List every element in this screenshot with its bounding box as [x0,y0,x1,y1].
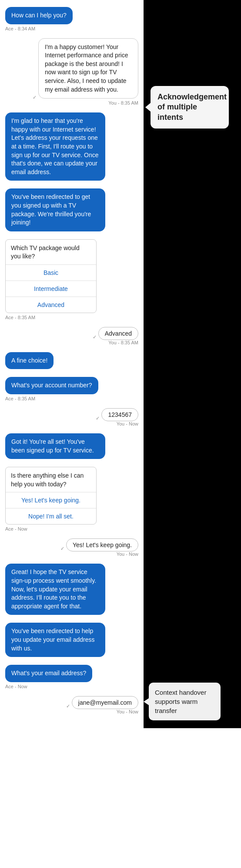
timestamp-9: You - Now [117,421,138,426]
timestamp-5: Ace - 8:35 AM [5,315,35,320]
timestamp-15: Ace - Now [5,684,27,689]
read-checkmark-12: ✓ [60,546,64,551]
message-row-10: Got it! You're all set! You've been sign… [5,433,138,461]
bot-bubble-10: Got it! You're all set! You've been sign… [5,433,105,459]
user-pill-12: Yes! Let's keep going. [66,538,138,551]
message-row-8: What's your account number? Ace - 8:35 A… [5,377,138,406]
message-row-15: What's your email address? Ace - Now [5,665,138,694]
message-row-1: How can I help you? Ace - 8:34 AM [5,7,138,36]
message-row-14: You've been redirected to help you updat… [5,623,138,659]
message-row-16: ✓ jane@myemail.com You - Now [5,696,138,719]
read-checkmark-6: ✓ [93,334,97,340]
timestamp-6: You - 8:35 AM [108,340,138,345]
bot-bubble-4: You've been redirected to get you signed… [5,188,105,231]
annotation-panel: Acknowledgement of multiple intents Cont… [144,0,241,728]
options-question-2: Is there anything else I can help you wi… [6,467,96,492]
user-pill-6: Advanced [98,327,138,340]
bot-bubble-13: Great! I hope the TV service sign-up pro… [5,564,105,615]
timestamp-2: You - 8:35 AM [108,100,138,106]
timestamp-16: You - Now [117,709,138,714]
bot-bubble-15: What's your email address? [5,665,92,682]
message-row-12: ✓ Yes! Let's keep going. You - Now [5,538,138,562]
option-basic[interactable]: Basic [6,264,96,281]
timestamp-12: You - Now [117,551,138,557]
message-row-11: Is there anything else I can help you wi… [5,467,138,537]
bot-bubble-14: You've been redirected to help you updat… [5,623,105,657]
user-pill-9: 1234567 [101,408,138,421]
message-row-9: ✓ 1234567 You - Now [5,408,138,432]
callout-acknowledgement-text: Acknowledgement of multiple intents [157,92,227,122]
message-row-3: I'm glad to hear that you're happy with … [5,112,138,182]
options-box-1: Which TV package would you like? Basic I… [5,239,97,313]
chat-panel: How can I help you? Ace - 8:34 AM ✓ I'm … [0,0,144,728]
callout-context-handover: Context handover supports warm transfer [149,683,221,720]
message-row-4: You've been redirected to get you signed… [5,188,138,233]
message-row-5: Which TV package would you like? Basic I… [5,239,138,325]
bot-bubble-7: A fine choice! [5,352,54,370]
callout-acknowledgement: Acknowledgement of multiple intents [151,86,229,129]
option-advanced[interactable]: Advanced [6,297,96,313]
bot-bubble-1: How can I help you? [5,7,73,24]
timestamp-11: Ace - Now [5,526,27,531]
message-row-13: Great! I hope the TV service sign-up pro… [5,564,138,617]
message-row-7: A fine choice! [5,352,138,371]
message-row-6: ✓ Advanced You - 8:35 AM [5,327,138,350]
bot-bubble-3: I'm glad to hear that you're happy with … [5,112,105,181]
bot-bubble-8: What's your account number? [5,377,98,394]
user-bubble-2: I'm a happy customer! Your Internet perf… [38,38,138,99]
options-box-2: Is there anything else I can help you wi… [5,467,97,525]
user-pill-16: jane@myemail.com [72,696,138,709]
options-question-1: Which TV package would you like? [6,240,96,264]
read-checkmark-9: ✓ [96,416,100,421]
timestamp-8: Ace - 8:35 AM [5,396,35,401]
message-row-2: ✓ I'm a happy customer! Your Internet pe… [5,38,138,111]
option-intermediate[interactable]: Intermediate [6,281,96,297]
callout-context-handover-text: Context handover supports warm transfer [155,689,206,714]
timestamp-1: Ace - 8:34 AM [5,26,35,31]
read-checkmark-16: ✓ [66,703,70,709]
option-all-set[interactable]: Nope! I'm all set. [6,508,96,524]
option-keep-going[interactable]: Yes! Let's keep going. [6,492,96,508]
read-checkmark-2: ✓ [33,95,37,100]
